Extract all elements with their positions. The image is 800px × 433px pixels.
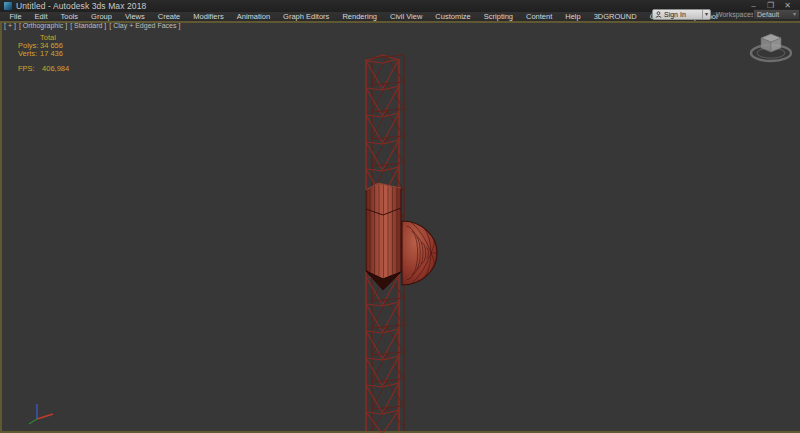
viewport-menu-general[interactable]: [ + ] — [4, 22, 16, 29]
stats-fps-row: FPS: 406,984 — [18, 65, 69, 73]
model-cylinder[interactable] — [366, 183, 401, 290]
fps-label: FPS: — [18, 65, 40, 73]
viewport-menu-style[interactable]: [ Standard ] — [70, 22, 106, 29]
fps-value: 406,984 — [42, 64, 69, 73]
viewcube[interactable] — [751, 34, 791, 61]
viewport-menu-pov[interactable]: [ Orthographic ] — [19, 22, 67, 29]
model-dome[interactable] — [402, 221, 437, 285]
viewport-canvas[interactable] — [0, 0, 800, 433]
statistics-overlay: Total Polys:34 656Verts:17 436 FPS: 406,… — [18, 34, 69, 73]
world-axis-gizmo — [29, 404, 53, 424]
viewport-label: [ + ] [ Orthographic ] [ Standard ] [ Cl… — [4, 22, 180, 29]
viewport-menu-shading[interactable]: [ Clay + Edged Faces ] — [109, 22, 180, 29]
stats-row: Verts:17 436 — [18, 50, 69, 58]
